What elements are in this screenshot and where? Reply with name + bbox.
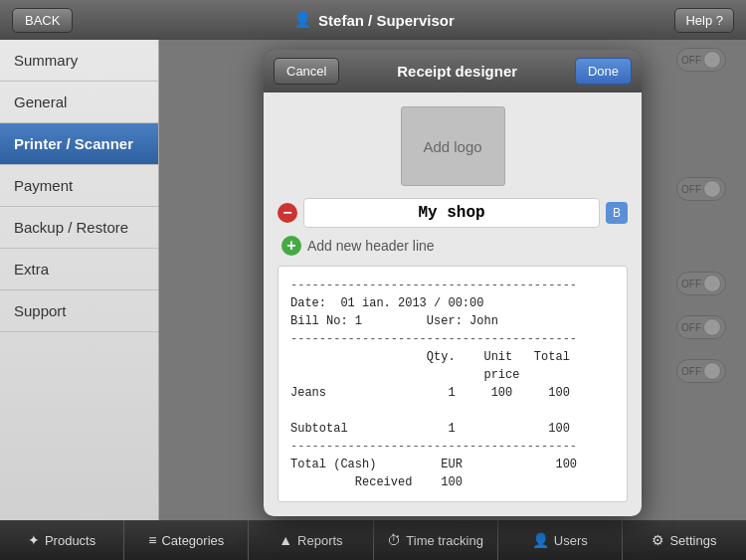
logo-area: Add logo [278,106,628,186]
tab-reports[interactable]: ▲ Reports [249,520,373,560]
receipt-sep-3: ---------------------------------------- [290,438,615,456]
sidebar-item-general[interactable]: General [0,82,158,123]
header-line-row: − B [278,198,628,228]
sidebar-item-support[interactable]: Support [0,290,158,332]
tab-products-label: Products [45,533,95,548]
sidebar-item-payment[interactable]: Payment [0,165,158,207]
help-button[interactable]: Help ? [674,8,734,33]
modal-cancel-button[interactable]: Cancel [274,58,339,85]
add-header-row: + Add new header line [278,236,628,256]
tab-products[interactable]: ✦ Products [0,520,124,560]
receipt-designer-modal: Cancel Receipt designer Done Add logo − … [264,50,642,516]
sidebar: Summary General Printer / Scanner Paymen… [0,40,159,520]
reports-icon: ▲ [279,532,292,548]
sidebar-item-backup-restore[interactable]: Backup / Restore [0,207,158,249]
modal-done-button[interactable]: Done [575,58,632,85]
tab-users[interactable]: 👤 Users [498,520,623,560]
tab-settings[interactable]: ⚙ Settings [623,520,746,560]
tab-categories-label: Categories [161,533,224,548]
categories-icon: ≡ [148,532,156,548]
remove-header-button[interactable]: − [278,203,297,223]
top-bar: BACK 👤 Stefan / Supervisor Help ? [0,0,746,40]
receipt-bill-no: Bill No: 1 User: John [290,312,615,330]
sidebar-item-extra[interactable]: Extra [0,249,158,290]
receipt-col-headers: Qty. Unit Total [290,348,615,366]
logo-placeholder[interactable]: Add logo [401,106,505,186]
receipt-item-1: Jeans 1 100 100 [290,384,615,402]
modal-overlay: Cancel Receipt designer Done Add logo − … [159,40,746,520]
products-icon: ✦ [28,532,40,548]
receipt-total-cash: Total (Cash) EUR 100 [290,456,615,473]
receipt-preview: ----------------------------------------… [278,266,628,502]
add-header-label: Add new header line [307,238,435,254]
tab-time-tracking-label: Time tracking [406,533,483,548]
user-icon: 👤 [293,11,312,29]
tab-users-label: Users [554,533,588,548]
receipt-blank [290,402,615,420]
tab-time-tracking[interactable]: ⏱ Time tracking [374,520,498,560]
sidebar-item-printer-scanner[interactable]: Printer / Scanner [0,123,158,165]
modal-body: Add logo − B + Add new header line [264,93,642,516]
reorder-button[interactable]: B [606,202,628,224]
main-content: Summary General Printer / Scanner Paymen… [0,40,746,520]
back-button[interactable]: BACK [12,8,73,33]
tab-categories[interactable]: ≡ Categories [124,520,249,560]
tab-reports-label: Reports [297,533,343,548]
add-header-button[interactable]: + [281,236,301,256]
right-area: OFF OFF OFF OFF [159,40,746,520]
receipt-sep-1: ---------------------------------------- [290,277,615,294]
bottom-tab-bar: ✦ Products ≡ Categories ▲ Reports ⏱ Time… [0,520,746,560]
time-tracking-icon: ⏱ [387,532,401,548]
receipt-col-sub-header: price [290,366,615,384]
modal-title: Receipt designer [397,63,517,80]
top-bar-title: 👤 Stefan / Supervisor [293,11,455,29]
receipt-sep-2: ---------------------------------------- [290,330,615,348]
users-icon: 👤 [532,532,549,548]
header-text-input[interactable] [303,198,600,228]
receipt-date: Date: 01 ian. 2013 / 00:00 [290,294,615,312]
receipt-subtotal: Subtotal 1 100 [290,420,615,438]
settings-icon: ⚙ [652,532,664,548]
receipt-received: Received 100 [290,473,615,491]
tab-settings-label: Settings [669,533,716,548]
modal-header: Cancel Receipt designer Done [264,50,642,93]
sidebar-item-summary[interactable]: Summary [0,40,158,82]
